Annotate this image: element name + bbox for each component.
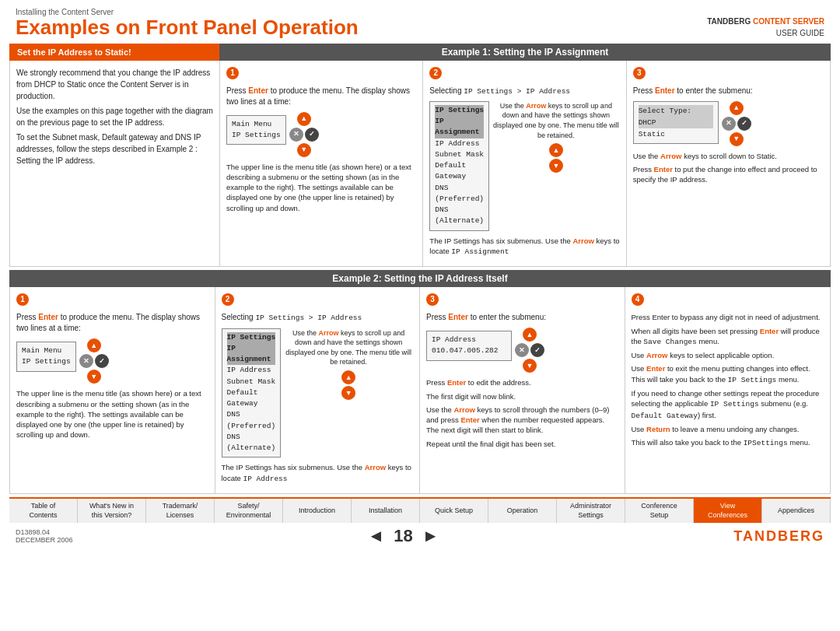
doc-info: D13898.04 DECEMBER 2006 xyxy=(16,528,73,544)
example1-right-header: Example 1: Setting the IP Assignment xyxy=(219,44,831,61)
example1-right-title: Example 1: Setting the IP Assignment xyxy=(442,47,609,58)
example1-left-header: Set the IP Address to Static! xyxy=(9,44,219,61)
footer-item-install[interactable]: Installation xyxy=(352,499,420,523)
ex2-list-gateway: Default Gateway xyxy=(227,387,276,410)
ex2-step3-text2: Press Enter to edit the address. xyxy=(426,377,618,387)
footer-item-view-conferences[interactable]: ViewConferences xyxy=(694,499,762,523)
list-dns-alt: DNS (Alternate) xyxy=(435,205,484,227)
ex2-step3-num: 3 xyxy=(426,293,439,306)
ex2-step1-text1: Press Enter to produce the menu. The dis… xyxy=(16,312,208,334)
footer-item-appendices[interactable]: Appendices xyxy=(762,499,831,523)
ex2-step2-num: 2 xyxy=(222,293,234,306)
example2-step2: 2 Selecting IP Settings > IP Address IP … xyxy=(215,287,421,493)
ex2-s3-up: ▲ xyxy=(523,328,537,342)
prev-page-arrow[interactable]: ◄ xyxy=(367,526,384,546)
step2-up-btn: ▲ xyxy=(549,143,563,157)
step2-down-btn: ▼ xyxy=(549,159,563,173)
list-gateway: Default Gateway xyxy=(435,160,484,183)
step1-mid-buttons: ✕ ✓ xyxy=(289,128,319,142)
ex2-s1-check: ✓ xyxy=(95,354,109,368)
brand-guide: USER GUIDE xyxy=(776,29,824,37)
doc-num: D13898.04 xyxy=(16,528,73,536)
ex2-step1-terminal-area: Main Menu IP Settings ▲ ✕ ✓ ▼ xyxy=(16,338,208,384)
page-header: Installing the Content Server Examples o… xyxy=(0,0,840,42)
step3-cross-btn: ✕ xyxy=(722,117,736,131)
ex2-s1-cross: ✕ xyxy=(79,354,93,368)
step2-text1: Selecting IP Settings > IP Address xyxy=(429,86,619,96)
tandberg-logo: TANDBERG xyxy=(733,528,824,545)
step2-list: IP Settings IP Assignment IP Address Sub… xyxy=(429,101,489,231)
ex2-step4-text5: If you need to change other settings rep… xyxy=(632,388,824,421)
step2-num: 2 xyxy=(429,67,442,79)
ex2-s2-down: ▼ xyxy=(341,386,355,400)
example1-step2: 2 Selecting IP Settings > IP Address IP … xyxy=(423,61,626,267)
ex2-s1-up: ▲ xyxy=(87,338,101,352)
footer-item-safety[interactable]: Safety/Environmental xyxy=(215,499,283,523)
step3-down-btn: ▼ xyxy=(730,132,744,146)
ex2-step2-list: IP Settings IP Assignment IP Address Sub… xyxy=(222,328,282,458)
ex2-step3-text5: Repeat until the final digit has been se… xyxy=(426,439,618,449)
page-number: 18 xyxy=(394,526,412,546)
ex2-step4-text3: Use Arrow keys to select applicable opti… xyxy=(632,350,824,360)
example2-step1: 1 Press Enter to produce the menu. The d… xyxy=(10,287,215,493)
step3-up-btn: ▲ xyxy=(730,101,744,115)
ex2-s3-line2: 010.047.005.282 xyxy=(432,345,506,356)
page-title: Examples on Front Panel Operation xyxy=(16,16,359,39)
step2-content: IP Settings IP Assignment IP Address Sub… xyxy=(429,101,619,231)
ex2-step2-text1: Selecting IP Settings > IP Address xyxy=(222,312,414,323)
footer-item-intro[interactable]: Introduction xyxy=(283,499,352,523)
example2-header: Example 2: Setting the IP Address Itself xyxy=(9,270,831,287)
list-subnet: Subnet Mask xyxy=(435,149,484,160)
next-page-arrow[interactable]: ► xyxy=(422,526,439,546)
example1-left-cell: We strongly recommend that you change th… xyxy=(10,61,220,267)
step3-terminal-area: Select Type: DHCP Static ▲ ✕ ✓ ▼ xyxy=(633,101,824,146)
ex2-step3-controls: ▲ ✕ ✓ ▼ xyxy=(515,328,544,373)
left-text3: To set the Subnet mask, Default gateway … xyxy=(16,131,213,167)
step1-controls: ▲ ✕ ✓ ▼ xyxy=(289,112,319,157)
step3-num: 3 xyxy=(633,67,646,79)
ex2-s3-cross: ✕ xyxy=(515,343,529,357)
step1-terminal: Main Menu IP Settings xyxy=(226,115,286,145)
select-type-line: Select Type: xyxy=(639,105,713,117)
ex2-step1-controls: ▲ ✕ ✓ ▼ xyxy=(79,338,109,384)
ex2-list-dns-alt: DNS (Alternate) xyxy=(227,432,276,454)
main-content: Set the IP Address to Static! Example 1:… xyxy=(0,42,840,524)
ex2-s3-mid: ✕ ✓ xyxy=(515,343,544,357)
step3-text2: Use the Arrow keys to scroll down to Sta… xyxy=(633,151,824,161)
up-arrow-btn: ▲ xyxy=(297,112,311,126)
ex2-list-ip-address: IP Address xyxy=(227,365,276,376)
footer-item-toc[interactable]: Table ofContents xyxy=(9,499,78,523)
example2-step4: 4 Press Enter to bypass any digit not in… xyxy=(625,287,831,493)
ex2-list-ip-settings: IP Settings xyxy=(227,332,276,343)
ex2-s1-line1: Main Menu xyxy=(22,345,71,356)
ex2-list-subnet: Subnet Mask xyxy=(227,377,276,387)
footer-item-operation[interactable]: Operation xyxy=(488,499,557,523)
footer-item-whats-new[interactable]: What's New inthis Version? xyxy=(78,499,146,523)
brand-tandberg: TANDBERG xyxy=(707,17,753,26)
step3-controls: ▲ ✕ ✓ ▼ xyxy=(722,101,751,146)
list-ip-address: IP Address xyxy=(435,138,484,149)
example1-step3: 3 Press Enter to enter the submenu: Sele… xyxy=(627,61,830,267)
footer-item-quick-setup[interactable]: Quick Setup xyxy=(420,499,488,523)
step2-text2: The IP Settings has six submenus. Use th… xyxy=(429,236,619,258)
list-dns-pref: DNS (Preferred) xyxy=(435,183,484,205)
ex2-step2-controls: Use the Arrow keys to scroll up and down… xyxy=(284,328,413,400)
step3-text1: Press Enter to enter the submenu: xyxy=(633,86,824,96)
footer-item-admin[interactable]: AdministratorSettings xyxy=(557,499,625,523)
step1-terminal-area: Main Menu IP Settings ▲ ✕ ✓ ▼ xyxy=(226,112,416,157)
ex2-step3-terminal: IP Address 010.047.005.282 xyxy=(426,331,512,361)
ex2-step4-text6: Use Return to leave a menu undoing any c… xyxy=(632,424,824,434)
step3-mid-btns: ✕ ✓ xyxy=(722,117,751,131)
ex2-step1-text2: The upper line is the menu title (as sho… xyxy=(16,388,208,440)
ex2-step2-text2: The IP Settings has six submenus. Use th… xyxy=(222,462,414,484)
header-right: TANDBERG CONTENT SERVER USER GUIDE xyxy=(707,16,824,39)
footer-item-conference-setup[interactable]: ConferenceSetup xyxy=(625,499,694,523)
page-navigation: ◄ 18 ► xyxy=(367,526,439,546)
left-text1: We strongly recommend that you change th… xyxy=(16,67,213,102)
ex2-step3-text3: The first digit will now blink. xyxy=(426,391,618,401)
example1-step1: 1 Press Enter to produce the menu. The d… xyxy=(220,61,423,267)
footer-item-trademark[interactable]: Trademark/Licenses xyxy=(146,499,215,523)
step1-line2: IP Settings xyxy=(232,130,281,141)
ex2-list-ip-assignment: IP Assignment xyxy=(227,343,276,366)
ex2-s1-mid: ✕ ✓ xyxy=(79,354,109,368)
